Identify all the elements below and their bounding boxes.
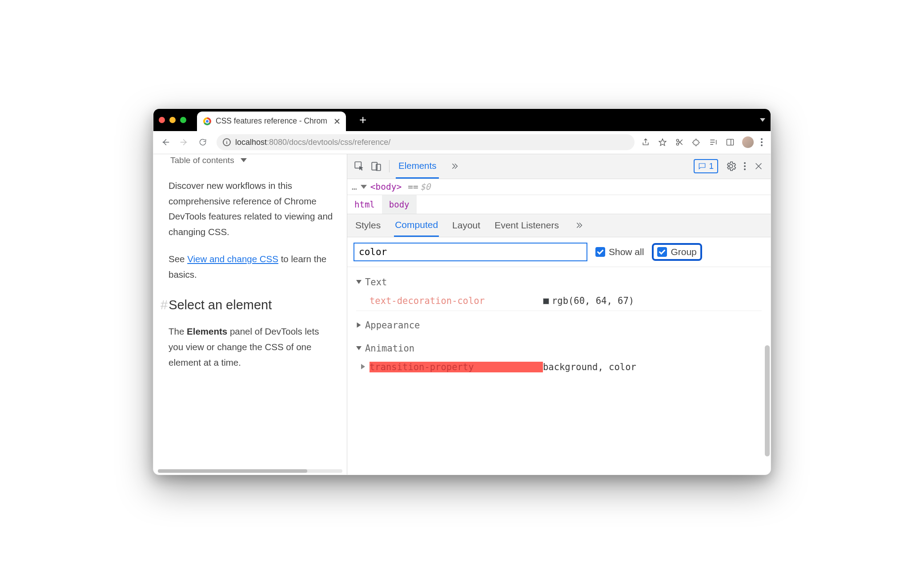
- titlebar: CSS features reference - Chrom +: [153, 109, 771, 131]
- toolbar-right-icons: [641, 136, 766, 148]
- dom-eq: ==: [408, 182, 418, 192]
- content-area: Table of contents Discover new workflows…: [153, 154, 771, 475]
- side-panel-icon[interactable]: [725, 137, 735, 147]
- toc-label: Table of contents: [170, 154, 234, 168]
- property-value: rgb(60, 64, 67): [543, 295, 634, 306]
- url-toolbar: i localhost:8080/docs/devtools/css/refer…: [153, 131, 771, 154]
- devtools-menu-icon[interactable]: [744, 162, 746, 170]
- address-bar[interactable]: i localhost:8080/docs/devtools/css/refer…: [217, 134, 635, 150]
- star-bookmark-icon[interactable]: [658, 137, 667, 147]
- reload-button[interactable]: [195, 135, 210, 150]
- devtools-vertical-scrollbar[interactable]: [765, 345, 770, 456]
- table-of-contents-toggle[interactable]: Table of contents: [169, 154, 334, 168]
- issues-count: 1: [709, 161, 714, 171]
- group-checkbox[interactable]: Group: [652, 243, 702, 261]
- dom-breadcrumb: html body: [347, 195, 771, 214]
- reading-list-icon[interactable]: [708, 137, 718, 147]
- group-text: Text text-decoration-color rgb(60, 64, 6…: [347, 271, 771, 314]
- property-name: transition-property: [370, 362, 543, 372]
- tab-layout[interactable]: Layout: [451, 215, 481, 236]
- browser-tab[interactable]: CSS features reference - Chrom: [197, 112, 346, 131]
- tab-title: CSS features reference - Chrom: [216, 116, 327, 126]
- dom-body-tag: <body>: [370, 182, 402, 192]
- anchor-hash-icon[interactable]: #: [161, 298, 168, 312]
- breadcrumb-html[interactable]: html: [347, 195, 382, 214]
- group-label: Group: [671, 247, 696, 257]
- tab-elements[interactable]: Elements: [396, 154, 439, 179]
- close-window-button[interactable]: [159, 117, 165, 123]
- settings-gear-icon[interactable]: [724, 160, 738, 173]
- close-tab-icon[interactable]: [334, 119, 340, 124]
- svg-rect-2: [727, 139, 734, 145]
- intro-paragraph: Discover new workflows in this comprehen…: [169, 178, 334, 240]
- checkbox-checked-icon: [657, 247, 667, 257]
- issues-badge[interactable]: 1: [694, 159, 718, 173]
- chrome-logo-icon: [203, 117, 211, 125]
- expand-triangle-icon[interactable]: [361, 185, 367, 189]
- group-appearance: Appearance: [347, 314, 771, 337]
- maximize-window-button[interactable]: [180, 117, 186, 123]
- tabs-menu-chevron-down-icon[interactable]: [760, 118, 765, 122]
- triangle-right-icon[interactable]: [361, 364, 365, 369]
- browser-menu-icon[interactable]: [761, 138, 763, 146]
- rendered-page[interactable]: Table of contents Discover new workflows…: [153, 154, 347, 475]
- scissors-icon[interactable]: [675, 137, 684, 147]
- breadcrumb-body[interactable]: body: [382, 195, 417, 214]
- group-animation: Animation transition-property background…: [347, 337, 771, 379]
- close-devtools-icon[interactable]: [752, 160, 765, 173]
- property-row[interactable]: transition-property background, color: [356, 357, 762, 377]
- tab-styles[interactable]: Styles: [354, 215, 382, 236]
- device-toolbar-icon[interactable]: [370, 160, 383, 173]
- group-header-text[interactable]: Text: [356, 273, 762, 291]
- back-button[interactable]: [158, 135, 173, 150]
- share-icon[interactable]: [641, 137, 651, 147]
- url-text: localhost:8080/docs/devtools/css/referen…: [235, 138, 390, 147]
- computed-properties[interactable]: Text text-decoration-color rgb(60, 64, 6…: [347, 267, 771, 475]
- group-header-appearance[interactable]: Appearance: [356, 316, 762, 334]
- inspect-element-icon[interactable]: [353, 160, 366, 173]
- site-info-icon[interactable]: i: [223, 138, 231, 146]
- more-panel-tabs-chevron-icon[interactable]: [572, 219, 586, 232]
- view-change-css-link[interactable]: View and change CSS: [187, 254, 278, 264]
- devtools-main-tabs: Elements: [396, 154, 461, 179]
- traffic-lights: [159, 117, 186, 123]
- dom-ellipsis: …: [352, 182, 357, 192]
- tab-computed[interactable]: Computed: [394, 214, 439, 237]
- checkbox-checked-icon: [595, 247, 605, 257]
- new-tab-button[interactable]: +: [359, 113, 366, 127]
- extensions-puzzle-icon[interactable]: [691, 137, 701, 147]
- dom-tree-row[interactable]: … <body> == $0: [347, 179, 771, 195]
- property-row[interactable]: text-decoration-color rgb(60, 64, 67): [356, 291, 762, 311]
- property-value: background, color: [543, 362, 636, 372]
- color-swatch-icon: [543, 298, 549, 304]
- page-horizontal-scrollbar[interactable]: [158, 469, 342, 473]
- chevron-down-icon: [241, 158, 247, 162]
- tab-event-listeners[interactable]: Event Listeners: [494, 215, 560, 236]
- devtools-header: Elements 1: [347, 154, 771, 179]
- show-all-label: Show all: [609, 247, 644, 257]
- dom-dollar-zero: $0: [420, 182, 430, 192]
- property-name: text-decoration-color: [370, 295, 543, 306]
- devtools-panel: Elements 1: [347, 154, 771, 475]
- styles-panel-tabs: Styles Computed Layout Event Listeners: [347, 214, 771, 237]
- section-heading: #Select an element: [169, 294, 334, 316]
- forward-button[interactable]: [177, 135, 192, 150]
- profile-avatar[interactable]: [742, 136, 754, 148]
- browser-window: CSS features reference - Chrom + i local…: [153, 108, 771, 475]
- show-all-checkbox[interactable]: Show all: [595, 247, 644, 257]
- computed-filter-row: Show all Group: [347, 237, 771, 267]
- minimize-window-button[interactable]: [169, 117, 176, 123]
- triangle-right-icon: [357, 323, 361, 328]
- filter-input[interactable]: [354, 243, 587, 261]
- more-tabs-chevron-icon[interactable]: [448, 160, 461, 173]
- body-paragraph: The Elements panel of DevTools lets you …: [169, 324, 334, 371]
- triangle-down-icon: [356, 346, 362, 350]
- group-header-animation[interactable]: Animation: [356, 339, 762, 357]
- triangle-down-icon: [356, 280, 362, 284]
- see-paragraph: See View and change CSS to learn the bas…: [169, 252, 334, 283]
